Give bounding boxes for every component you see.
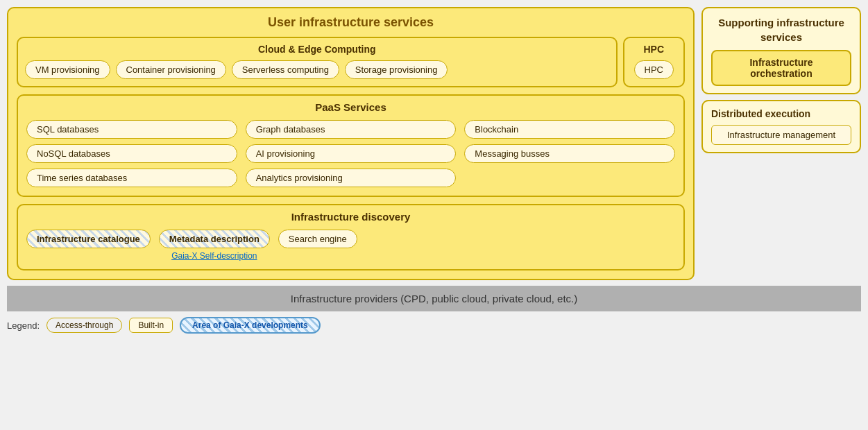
pill-serverless-computing: Serverless computing bbox=[232, 60, 339, 79]
paas-grid: SQL databases Graph databases Blockchain… bbox=[26, 120, 675, 187]
pill-search-engine: Search engine bbox=[278, 230, 357, 248]
dist-exec-title: Distributed execution bbox=[711, 108, 851, 119]
dist-exec-section: Distributed execution Infrastructure man… bbox=[701, 100, 861, 153]
discovery-item-metadata: Metadata description Gaia-X Self-descrip… bbox=[159, 230, 270, 261]
pill-time-series-databases: Time series databases bbox=[26, 169, 237, 187]
gaia-x-link[interactable]: Gaia-X Self-description bbox=[171, 251, 257, 261]
legend-label: Legend: bbox=[7, 320, 40, 331]
paas-empty-cell bbox=[464, 169, 675, 187]
supporting-box: Supporting infrastructure services Infra… bbox=[701, 7, 861, 94]
discovery-item-search: Search engine bbox=[278, 230, 357, 248]
top-section: User infrastructure services Cloud & Edg… bbox=[0, 0, 868, 280]
legend-access-through: Access-through bbox=[46, 318, 122, 333]
infra-providers-bar: Infrastructure providers (CPD, public cl… bbox=[7, 286, 861, 311]
pill-infra-catalogue: Infrastructure catalogue bbox=[26, 230, 151, 248]
pill-metadata-description: Metadata description bbox=[159, 230, 270, 248]
infra-discovery-title: Infrastructure discovery bbox=[26, 211, 675, 223]
legend-gaia-x-dev: Area of Gaia-X developments bbox=[180, 317, 321, 334]
paas-box: PaaS Services SQL databases Graph databa… bbox=[17, 94, 685, 197]
paas-title: PaaS Services bbox=[26, 101, 675, 113]
hpc-pill: HPC bbox=[634, 60, 674, 79]
discovery-item-catalogue: Infrastructure catalogue bbox=[26, 230, 151, 248]
user-infra-title: User infrastructure services bbox=[17, 15, 685, 30]
cloud-pills-row: VM provisioning Container provisioning S… bbox=[25, 60, 609, 79]
pill-blockchain: Blockchain bbox=[464, 120, 675, 139]
legend-built-in: Built-in bbox=[129, 318, 173, 333]
discovery-row: Infrastructure catalogue Metadata descri… bbox=[26, 230, 675, 261]
pill-ai-provisioning: AI provisioning bbox=[246, 144, 457, 163]
main-wrapper: User infrastructure services Cloud & Edg… bbox=[0, 0, 868, 339]
infra-discovery-box: Infrastructure discovery Infrastructure … bbox=[17, 204, 685, 270]
user-infra-box: User infrastructure services Cloud & Edg… bbox=[7, 7, 695, 280]
pill-graph-databases: Graph databases bbox=[246, 120, 457, 139]
right-sidebar: Supporting infrastructure services Infra… bbox=[701, 7, 861, 280]
pill-messaging-busses: Messaging busses bbox=[464, 144, 675, 163]
pill-analytics-provisioning: Analytics provisioning bbox=[246, 169, 457, 187]
cloud-hpc-row: Cloud & Edge Computing VM provisioning C… bbox=[17, 37, 685, 87]
hpc-section-title: HPC bbox=[643, 44, 664, 55]
pill-nosql-databases: NoSQL databases bbox=[26, 144, 237, 163]
infra-mgmt-box: Infrastructure management bbox=[711, 125, 851, 145]
legend-row: Legend: Access-through Built-in Area of … bbox=[0, 311, 868, 339]
cloud-edge-title: Cloud & Edge Computing bbox=[25, 44, 609, 55]
pill-vm-provisioning: VM provisioning bbox=[25, 60, 110, 79]
pill-storage-provisioning: Storage provisioning bbox=[345, 60, 448, 79]
pill-container-provisioning: Container provisioning bbox=[116, 60, 226, 79]
infra-orch-box: Infrastructure orchestration bbox=[711, 50, 851, 86]
pill-sql-databases: SQL databases bbox=[26, 120, 237, 139]
cloud-edge-box: Cloud & Edge Computing VM provisioning C… bbox=[17, 37, 618, 87]
supporting-title: Supporting infrastructure services bbox=[711, 15, 851, 44]
hpc-box: HPC HPC bbox=[623, 37, 685, 87]
